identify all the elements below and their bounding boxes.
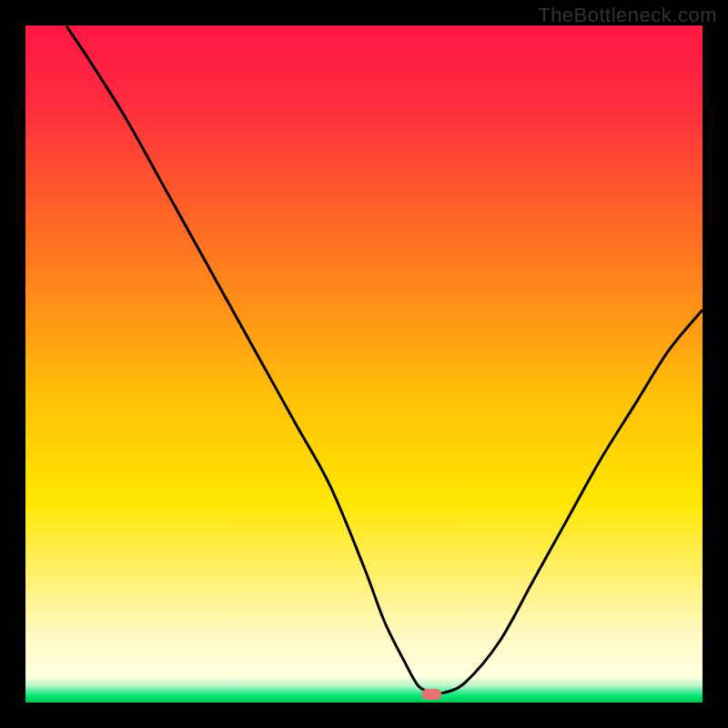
- gradient-background: [25, 25, 703, 703]
- watermark-text: TheBottleneck.com: [538, 4, 717, 27]
- chart-frame: TheBottleneck.com: [0, 0, 728, 728]
- plot-area: [25, 25, 703, 703]
- bottleneck-chart: [25, 25, 703, 703]
- optimal-point-marker: [421, 689, 441, 700]
